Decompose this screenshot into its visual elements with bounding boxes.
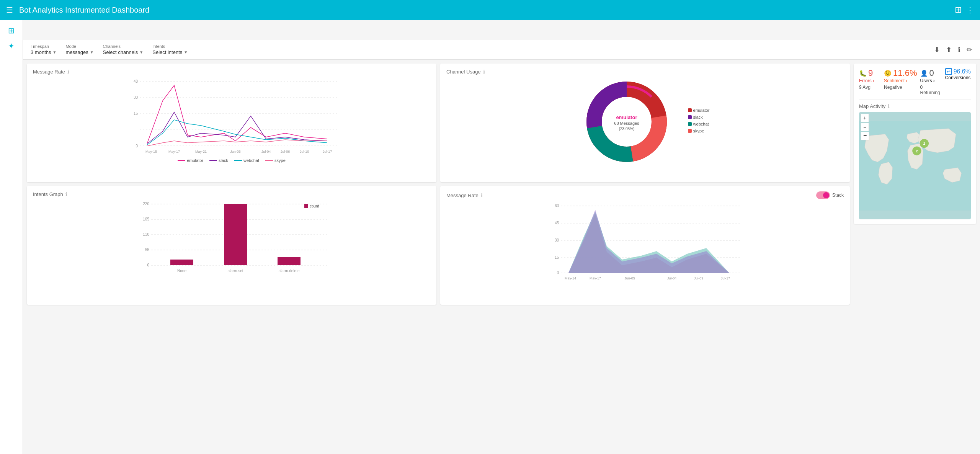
world-map: + − 2 2 bbox=[859, 112, 971, 219]
message-rate-info-icon[interactable]: ℹ bbox=[67, 69, 69, 75]
svg-text:−: − bbox=[863, 132, 867, 139]
errors-stat: 🐛 9 Errors › 9 Avg bbox=[859, 68, 881, 95]
message-rate-stacked-chart: 60 45 30 15 0 May-14 May-17 Jun-05 Jul-0… bbox=[446, 202, 844, 290]
intents-bar-chart: 220 165 110 55 0 None alarm.set alarm.de… bbox=[33, 200, 430, 284]
message-rate-stacked-card: Message Rate ℹ Stack 60 45 30 15 bbox=[440, 186, 850, 305]
channel-usage-title: Channel Usage ℹ bbox=[446, 69, 844, 75]
svg-text:(23.05%): (23.05%) bbox=[619, 127, 634, 131]
app-title: Bot Analytics Instrumented Dashboard bbox=[19, 6, 955, 15]
map-area: + − 2 2 + − bbox=[859, 112, 971, 219]
add-widget-icon[interactable]: ⊞ bbox=[955, 5, 962, 15]
channel-usage-card: Channel Usage ℹ bbox=[440, 64, 850, 182]
svg-rect-47 bbox=[224, 204, 247, 265]
message-rate-chart: 48 30 15 0 May-15 May-17 May-21 Jun-06 J… bbox=[33, 78, 430, 154]
download-icon[interactable]: ⬇ bbox=[934, 46, 940, 54]
svg-text:May-21: May-21 bbox=[195, 150, 207, 154]
map-activity-title: Map Activity ℹ bbox=[859, 103, 971, 109]
stats-card: 🐛 9 Errors › 9 Avg 😟 11.6% bbox=[854, 64, 976, 224]
sentiment-icon: 😟 bbox=[884, 70, 892, 77]
svg-text:30: 30 bbox=[134, 95, 138, 100]
mode-filter: Mode messages ▼ bbox=[65, 44, 93, 55]
channel-usage-info-icon[interactable]: ℹ bbox=[483, 69, 485, 75]
svg-text:48: 48 bbox=[134, 79, 138, 83]
intents-graph-card: Intents Graph ℹ 220 165 110 55 0 bbox=[27, 186, 436, 305]
svg-text:Jul-04: Jul-04 bbox=[261, 150, 271, 154]
svg-text:0: 0 bbox=[557, 271, 559, 275]
info-icon[interactable]: ℹ bbox=[958, 46, 960, 54]
stack-toggle[interactable] bbox=[816, 191, 830, 199]
message-rate-title: Message Rate ℹ bbox=[33, 69, 430, 75]
intents-filter: Intents Select intents ▼ bbox=[152, 44, 188, 55]
mode-arrow-icon: ▼ bbox=[90, 50, 94, 54]
svg-text:60: 60 bbox=[555, 204, 559, 208]
hamburger-icon[interactable]: ☰ bbox=[6, 5, 13, 15]
svg-text:2: 2 bbox=[916, 149, 918, 153]
timespan-arrow-icon: ▼ bbox=[52, 50, 56, 54]
sentiment-stat: 😟 11.6% Sentiment › Negative bbox=[884, 68, 917, 95]
svg-text:0: 0 bbox=[136, 144, 138, 148]
donut-chart-area: emulator 68 Messages (23.05%) emulator s… bbox=[446, 78, 844, 166]
svg-text:15: 15 bbox=[134, 111, 138, 116]
svg-text:Jul-06: Jul-06 bbox=[281, 150, 290, 154]
svg-text:alarm.delete: alarm.delete bbox=[278, 269, 299, 273]
svg-text:Jun-06: Jun-06 bbox=[230, 150, 241, 154]
timespan-select[interactable]: 3 months ▼ bbox=[31, 49, 56, 55]
svg-rect-48 bbox=[278, 257, 301, 265]
svg-text:emulator: emulator bbox=[616, 114, 637, 120]
stack-toggle-container: Stack bbox=[816, 191, 844, 199]
intents-select[interactable]: Select intents ▼ bbox=[152, 49, 188, 55]
channels-arrow-icon: ▼ bbox=[139, 50, 143, 54]
svg-text:Jul-09: Jul-09 bbox=[694, 276, 704, 280]
svg-text:count: count bbox=[310, 204, 319, 208]
message-rate-stacked-info-icon[interactable]: ℹ bbox=[481, 193, 483, 198]
users-stat: 👤 0 Users › 0 Returning bbox=[920, 68, 942, 95]
svg-text:165: 165 bbox=[143, 217, 149, 221]
errors-icon: 🐛 bbox=[859, 70, 867, 77]
channel-usage-legend: emulator slack webchat skype bbox=[688, 108, 710, 136]
svg-text:Jul-17: Jul-17 bbox=[721, 276, 730, 280]
sentiment-label[interactable]: Sentiment › bbox=[884, 78, 917, 83]
svg-text:45: 45 bbox=[555, 221, 559, 225]
svg-text:Jul-10: Jul-10 bbox=[300, 150, 309, 154]
svg-text:68 Messages: 68 Messages bbox=[614, 121, 639, 126]
mode-select[interactable]: messages ▼ bbox=[65, 49, 93, 55]
svg-text:None: None bbox=[177, 269, 186, 273]
svg-text:alarm.set: alarm.set bbox=[227, 269, 243, 273]
svg-text:May-17: May-17 bbox=[590, 276, 601, 280]
intents-arrow-icon: ▼ bbox=[184, 50, 188, 54]
stats-row: 🐛 9 Errors › 9 Avg 😟 11.6% bbox=[859, 68, 971, 100]
donut-chart: emulator 68 Messages (23.05%) bbox=[581, 80, 680, 164]
svg-text:May-17: May-17 bbox=[168, 150, 180, 154]
users-arrow-icon: › bbox=[933, 78, 935, 83]
message-rate-card: Message Rate ℹ 48 30 15 0 May-15 May-17 … bbox=[27, 64, 436, 182]
map-zoom-out-button[interactable]: − bbox=[861, 123, 869, 131]
svg-text:30: 30 bbox=[555, 238, 559, 242]
svg-text:110: 110 bbox=[143, 232, 149, 237]
svg-text:220: 220 bbox=[143, 202, 149, 206]
channels-filter: Channels Select channels ▼ bbox=[103, 44, 144, 55]
filter-bar: Timespan 3 months ▼ Mode messages ▼ Chan… bbox=[23, 40, 980, 60]
message-rate-legend: emulator slack webchat skype bbox=[33, 158, 430, 163]
edit-icon[interactable]: ✏ bbox=[967, 46, 972, 54]
intents-graph-info-icon[interactable]: ℹ bbox=[65, 191, 67, 197]
map-activity-info-icon[interactable]: ℹ bbox=[888, 103, 890, 109]
plugins-icon[interactable]: ✦ bbox=[8, 41, 15, 51]
svg-text:55: 55 bbox=[145, 248, 150, 252]
errors-label[interactable]: Errors › bbox=[859, 78, 881, 83]
dashboard-icon[interactable]: ⊞ bbox=[8, 26, 15, 35]
timespan-filter: Timespan 3 months ▼ bbox=[31, 44, 56, 55]
message-rate-stacked-title: Message Rate ℹ bbox=[446, 193, 483, 198]
returning-label: Returning bbox=[920, 90, 940, 95]
more-options-icon[interactable]: ⋮ bbox=[966, 5, 974, 15]
conversions-icon: ↩ bbox=[945, 68, 952, 75]
users-label[interactable]: Users › bbox=[920, 78, 942, 83]
filter-action-icons: ⬇ ⬆ ℹ ✏ bbox=[934, 46, 972, 54]
channels-select[interactable]: Select channels ▼ bbox=[103, 49, 144, 55]
export-icon[interactable]: ⬆ bbox=[946, 46, 952, 54]
map-zoom-in-button[interactable]: + bbox=[861, 114, 869, 122]
sidebar: ⊞ ✦ bbox=[0, 20, 23, 454]
svg-text:Jul-17: Jul-17 bbox=[323, 150, 332, 154]
svg-text:May-15: May-15 bbox=[145, 150, 157, 154]
svg-rect-52 bbox=[304, 204, 308, 208]
svg-marker-66 bbox=[568, 210, 729, 273]
